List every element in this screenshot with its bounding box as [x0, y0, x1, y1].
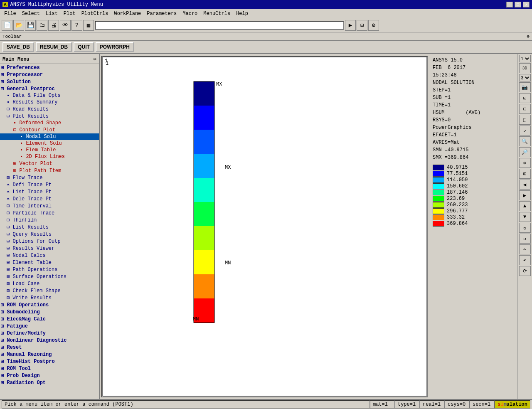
pan-up-button[interactable]: ▲ — [519, 201, 531, 211]
sidebar-item-42[interactable]: ⊞ TimeHist Postpro — [0, 358, 99, 365]
3d-view-button[interactable]: 3D — [519, 63, 531, 73]
sidebar-item-15[interactable]: ⊞ Plot Path Item — [0, 167, 99, 174]
rotate3-button[interactable]: ↷ — [519, 244, 531, 254]
rt-btn1[interactable]: ⊡ — [519, 93, 531, 103]
sidebar-item-1[interactable]: ⊞ Preprocessor — [0, 71, 99, 78]
open-button[interactable]: 📂 — [13, 20, 24, 31]
menu-macro[interactable]: Macro — [180, 10, 200, 17]
rt-btn4[interactable]: ↙ — [519, 126, 531, 136]
sidebar-item-39[interactable]: ⊞ Nonlinear Diagnostic — [0, 337, 99, 344]
sidebar-item-33[interactable]: ⊞ Write Results — [0, 294, 99, 301]
sidebar-item-28[interactable]: ⊞ Element Table — [0, 259, 99, 266]
rotate1-button[interactable]: ↻ — [519, 223, 531, 233]
sidebar-item-32[interactable]: ⊞ Check Elem Shape — [0, 287, 99, 294]
sidebar-item-22[interactable]: ⊞ ThinFilm — [0, 217, 99, 224]
help-button[interactable]: ? — [71, 20, 82, 31]
print-button[interactable]: 🖨 — [48, 20, 59, 31]
sidebar-item-34[interactable]: ⊞ ROM Operations — [0, 301, 99, 308]
view-mode-dropdown[interactable]: 321 — [519, 74, 531, 81]
rotate5-button[interactable]: ⟳ — [519, 266, 531, 276]
menu-help[interactable]: Help — [234, 10, 251, 17]
sidebar-collapse-icon[interactable]: ⊕ — [94, 56, 96, 62]
sidebar-item-8[interactable]: ▪ Deformed Shape — [0, 120, 99, 126]
sidebar-item-30[interactable]: ⊞ Surface Operations — [0, 273, 99, 280]
zoom-out-button[interactable]: 🔎 — [519, 147, 531, 157]
pan-left-button[interactable]: ◀ — [519, 180, 531, 190]
sidebar-item-44[interactable]: ⊞ Prob Design — [0, 372, 99, 379]
sidebar-item-27[interactable]: ⊞ Nodal Calcs — [0, 252, 99, 259]
grid-button[interactable]: ▦ — [83, 20, 94, 31]
pan-right-button[interactable]: ▶ — [519, 190, 531, 200]
viewport[interactable]: 1 MX MN — [101, 56, 428, 397]
sidebar-item-26[interactable]: ⊞ Results Viewer — [0, 245, 99, 252]
menu-workplane[interactable]: WorkPlane — [111, 10, 143, 17]
zoom-box-button[interactable]: ⊕ — [519, 158, 531, 168]
sidebar-item-9[interactable]: ⊟ Contour Plot — [0, 126, 99, 133]
command-input[interactable] — [95, 21, 344, 30]
sidebar-item-21[interactable]: ⊞ Particle Trace — [0, 209, 99, 217]
sidebar-item-18[interactable]: ✶ List Trace Pt — [0, 188, 99, 195]
sidebar-item-7[interactable]: ⊟ Plot Results — [0, 113, 99, 120]
viewport-count-dropdown[interactable]: 124 — [519, 55, 531, 62]
sidebar-item-19[interactable]: ✶ Dele Trace Pt — [0, 195, 99, 202]
settings-button[interactable]: ⚙ — [368, 20, 379, 31]
sidebar-item-4[interactable]: ▪ Data & File Opts — [0, 92, 99, 99]
sidebar-item-17[interactable]: ✶ Defi Trace Pt — [0, 181, 99, 188]
rotate2-button[interactable]: ↺ — [519, 234, 531, 244]
sidebar-item-3[interactable]: ⊟ General Postproc — [0, 85, 99, 92]
quit-button[interactable]: QUIT — [74, 42, 94, 52]
legend-value-7: 296.777 — [447, 208, 468, 214]
sidebar-item-16[interactable]: ⊞ Flow Trace — [0, 174, 99, 181]
sidebar-item-31[interactable]: ⊞ Load Case — [0, 280, 99, 287]
sidebar-item-41[interactable]: ⊞ Manual Rezoning — [0, 351, 99, 358]
menu-list[interactable]: List — [43, 10, 60, 17]
close-button[interactable]: ✕ — [523, 2, 530, 7]
sidebar-item-14[interactable]: ⊞ Vector Plot — [0, 160, 99, 167]
menu-select[interactable]: Select — [20, 10, 42, 17]
rotate4-button[interactable]: ↶ — [519, 255, 531, 265]
sidebar-item-20[interactable]: ⊞ Time Interval — [0, 202, 99, 209]
sidebar-item-24[interactable]: ⊞ Query Results — [0, 231, 99, 238]
sidebar-item-11[interactable]: ▪ Element Solu — [0, 140, 99, 147]
minimize-button[interactable]: _ — [506, 2, 513, 7]
menu-parameters[interactable]: Parameters — [144, 10, 179, 17]
rt-btn2[interactable]: ⊟ — [519, 104, 531, 114]
sidebar-item-25[interactable]: ⊞ Options for Outp — [0, 238, 99, 245]
rt-btn3[interactable]: ⬚ — [519, 115, 531, 125]
save2-button[interactable]: 🗂 — [37, 20, 47, 31]
toolbar-collapse-icon[interactable]: ⊕ — [527, 34, 530, 39]
menu-menuctrls[interactable]: MenuCtrls — [201, 10, 233, 17]
sidebar-item-37[interactable]: ⊞ Fatigue — [0, 323, 99, 330]
pan-down-button[interactable]: ▼ — [519, 212, 531, 222]
preview-button[interactable]: 👁 — [60, 20, 71, 31]
menu-plotctrls[interactable]: PlotCtrls — [79, 10, 111, 17]
new-button[interactable]: 📄 — [2, 20, 12, 31]
save-db-button[interactable]: SAVE_DB — [2, 42, 34, 52]
sidebar-item-35[interactable]: ⊞ Submodeling — [0, 308, 99, 315]
sidebar-item-12[interactable]: ▪ Elem Table — [0, 147, 99, 153]
sidebar-item-38[interactable]: ⊞ Define/Modify — [0, 330, 99, 337]
zoom-in-button[interactable]: 🔍 — [519, 136, 531, 146]
menu-plot[interactable]: Plot — [61, 10, 78, 17]
sidebar-item-5[interactable]: ▪ Results Summary — [0, 99, 99, 106]
save-button[interactable]: 💾 — [25, 20, 36, 31]
run-button[interactable]: ▶ — [345, 20, 356, 31]
camera-button[interactable]: 📷 — [519, 82, 531, 92]
resum-db-button[interactable]: RESUM_DB — [36, 42, 72, 52]
snap-button[interactable]: ⊡ — [357, 20, 367, 31]
zoom-all-button[interactable]: ⊞ — [519, 169, 531, 179]
sidebar-item-13[interactable]: ▪ 2D Flux Lines — [0, 153, 99, 160]
sidebar-item-45[interactable]: ⊞ Radiation Opt — [0, 379, 99, 386]
maximize-button[interactable]: □ — [515, 2, 521, 7]
sidebar-item-23[interactable]: ⊞ List Results — [0, 224, 99, 231]
menu-file[interactable]: File — [2, 10, 19, 17]
powrgrph-button[interactable]: POWRGRPH — [96, 42, 134, 52]
sidebar-item-29[interactable]: ⊞ Path Operations — [0, 266, 99, 273]
sidebar-item-2[interactable]: ⊞ Solution — [0, 78, 99, 85]
sidebar-item-0[interactable]: ⊞ Preferences — [0, 64, 99, 71]
sidebar-item-6[interactable]: ⊞ Read Results — [0, 106, 99, 113]
sidebar-item-36[interactable]: ⊞ Elec&Mag Calc — [0, 315, 99, 323]
sidebar-item-43[interactable]: ⊞ ROM Tool — [0, 365, 99, 372]
sidebar-item-40[interactable]: ⊞ Reset — [0, 344, 99, 351]
sidebar-item-10[interactable]: ▪ Nodal Solu — [0, 133, 99, 140]
